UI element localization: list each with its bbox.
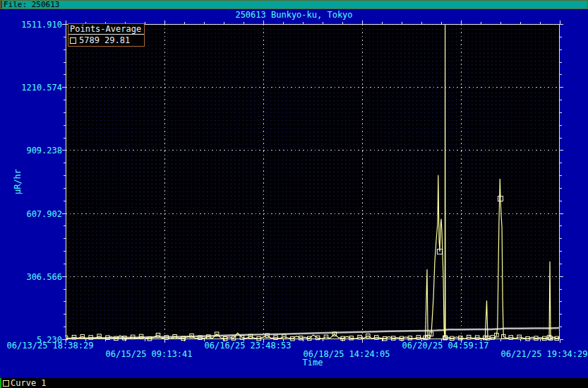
curve-marker-icon bbox=[70, 37, 76, 44]
y-axis-title: μR/hr bbox=[13, 160, 22, 204]
x-axis-title: Time bbox=[303, 358, 323, 367]
curve1-item[interactable]: Curve 1 bbox=[11, 378, 47, 388]
x-tick-label: 06/16/25 23:48:53 bbox=[205, 341, 292, 350]
legend-entry-value: 5789 29.81 bbox=[79, 36, 130, 45]
x-tick-label: 06/13/25 18:38:29 bbox=[7, 341, 94, 350]
legend-title: Points-Average bbox=[68, 24, 144, 35]
x-tick-label: 06/20/25 04:59:17 bbox=[402, 341, 489, 350]
status-bar: Curve 1 bbox=[0, 378, 588, 388]
y-tick-label: 1511.910 bbox=[0, 20, 62, 29]
window-edge-sliver-bottom bbox=[0, 378, 1, 388]
y-tick-label: 1210.574 bbox=[0, 83, 62, 92]
legend-box[interactable]: Points-Average 5789 29.81 bbox=[68, 23, 145, 47]
y-tick-label: 306.566 bbox=[0, 273, 62, 281]
x-tick-label: 06/21/25 19:34:29 bbox=[501, 350, 588, 358]
x-tick-label: 06/15/25 09:13:41 bbox=[106, 350, 193, 358]
y-tick-label: 909.238 bbox=[0, 146, 62, 155]
app-window: { "window": { "file_label": "File: 25061… bbox=[0, 0, 588, 388]
plot-area[interactable] bbox=[0, 0, 588, 388]
curve1-marker-icon bbox=[3, 380, 9, 387]
y-tick-label: 607.902 bbox=[0, 210, 62, 218]
legend-entry: 5789 29.81 bbox=[68, 35, 144, 46]
